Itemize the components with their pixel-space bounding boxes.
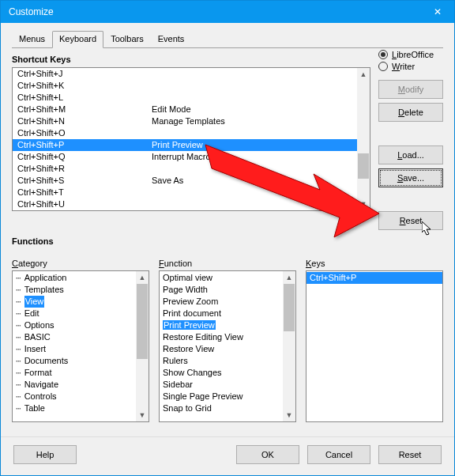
shortcut-keys-title: Shortcut Keys [12, 55, 370, 64]
scroll-up-icon[interactable]: ▲ [357, 68, 370, 81]
shortcut-row[interactable]: Ctrl+Shift+PPrint Preview [13, 139, 370, 151]
shortcut-row[interactable]: Ctrl+Shift+R [13, 163, 370, 175]
tree-item[interactable]: ⋯Navigate [13, 379, 149, 391]
delete-button[interactable]: Delete [378, 103, 443, 122]
tab-menus[interactable]: Menus [12, 31, 52, 47]
category-list[interactable]: ⋯Application⋯Templates⋯View⋯Edit⋯Options… [12, 270, 149, 422]
shortcut-row[interactable]: Ctrl+Shift+SSave As [13, 175, 370, 187]
tree-item[interactable]: ⋯Templates [13, 284, 149, 296]
list-item[interactable]: Restore Editing View [160, 331, 295, 343]
scrollbar[interactable]: ▲ ▼ [283, 271, 295, 421]
shortcut-row[interactable]: Ctrl+Shift+K [13, 80, 370, 92]
tree-item[interactable]: ⋯Options [13, 319, 149, 331]
shortcut-row[interactable]: Ctrl+Shift+U [13, 198, 370, 210]
tab-events[interactable]: Events [151, 31, 192, 47]
category-title: Category [12, 259, 149, 268]
tree-item[interactable]: ⋯Edit [13, 308, 149, 319]
tree-item[interactable]: ⋯Format [13, 367, 149, 379]
titlebar: Customize [1, 1, 454, 23]
shortcut-row[interactable]: Ctrl+Shift+L [13, 92, 370, 104]
list-item[interactable]: Show Changes [160, 367, 295, 379]
load-button[interactable]: Load... [378, 145, 443, 164]
list-item[interactable]: Optimal view [160, 272, 295, 284]
list-item[interactable]: Print Preview [160, 319, 295, 331]
function-title: Function [159, 259, 296, 268]
tree-item[interactable]: ⋯Insert [13, 343, 149, 355]
footer-reset-button[interactable]: Reset [378, 445, 442, 464]
tab-keyboard[interactable]: Keyboard [52, 31, 103, 48]
shortcut-row[interactable]: Ctrl+Shift+O [13, 127, 370, 139]
ok-button[interactable]: OK [236, 445, 299, 464]
tree-item[interactable]: ⋯View [13, 296, 149, 308]
list-item[interactable]: Print document [160, 308, 295, 319]
list-item[interactable]: Page Width [160, 284, 295, 296]
radio-libreoffice[interactable]: LibreOffice [378, 50, 443, 59]
scroll-up-icon[interactable]: ▲ [136, 271, 149, 284]
reset-button[interactable]: Reset [378, 211, 443, 230]
help-button[interactable]: Help [13, 445, 77, 464]
close-icon[interactable] [421, 1, 454, 23]
scroll-up-icon[interactable]: ▲ [283, 271, 295, 284]
list-item[interactable]: Rulers [160, 355, 295, 367]
functions-title: Functions [12, 236, 443, 246]
shortcut-row[interactable]: Ctrl+Shift+NManage Templates [13, 115, 370, 127]
scroll-down-icon[interactable]: ▼ [136, 409, 149, 421]
cancel-button[interactable]: Cancel [307, 445, 370, 464]
tree-item[interactable]: ⋯Application [13, 272, 149, 284]
keys-list[interactable]: Ctrl+Shift+P [306, 270, 443, 422]
scrollbar[interactable]: ▲ ▼ [357, 68, 370, 210]
list-item[interactable]: Sidebar [160, 379, 295, 391]
scrollbar[interactable]: ▲ ▼ [136, 271, 149, 421]
tab-toolbars[interactable]: Toolbars [103, 31, 151, 47]
function-list[interactable]: Optimal viewPage WidthPreview ZoomPrint … [159, 270, 296, 422]
modify-button[interactable]: Modify [378, 80, 443, 99]
scroll-down-icon[interactable]: ▼ [357, 198, 370, 210]
scroll-down-icon[interactable]: ▼ [283, 409, 295, 421]
keys-title: Keys [306, 259, 443, 268]
list-item[interactable]: Single Page Preview [160, 391, 295, 402]
shortcut-row[interactable]: Ctrl+Shift+J [13, 68, 370, 80]
save-button[interactable]: Save... [378, 168, 443, 187]
tree-item[interactable]: ⋯BASIC [13, 331, 149, 343]
tabs: Menus Keyboard Toolbars Events [12, 31, 443, 48]
radio-writer[interactable]: Writer [378, 62, 443, 71]
window-title: Customize [9, 6, 421, 17]
shortcut-row[interactable]: Ctrl+Shift+MEdit Mode [13, 104, 370, 115]
list-item[interactable]: Restore View [160, 343, 295, 355]
tree-item[interactable]: ⋯Table [13, 402, 149, 414]
shortcut-row[interactable]: Ctrl+Shift+T [13, 187, 370, 198]
list-item[interactable]: Ctrl+Shift+P [306, 272, 442, 284]
list-item[interactable]: Snap to Grid [160, 402, 295, 414]
tree-item[interactable]: ⋯Controls [13, 391, 149, 402]
tree-item[interactable]: ⋯Documents [13, 355, 149, 367]
shortcut-row[interactable]: Ctrl+Shift+QInterrupt Macro [13, 151, 370, 163]
shortcut-keys-list[interactable]: Ctrl+Shift+JCtrl+Shift+KCtrl+Shift+LCtrl… [12, 67, 370, 211]
list-item[interactable]: Preview Zoom [160, 296, 295, 308]
